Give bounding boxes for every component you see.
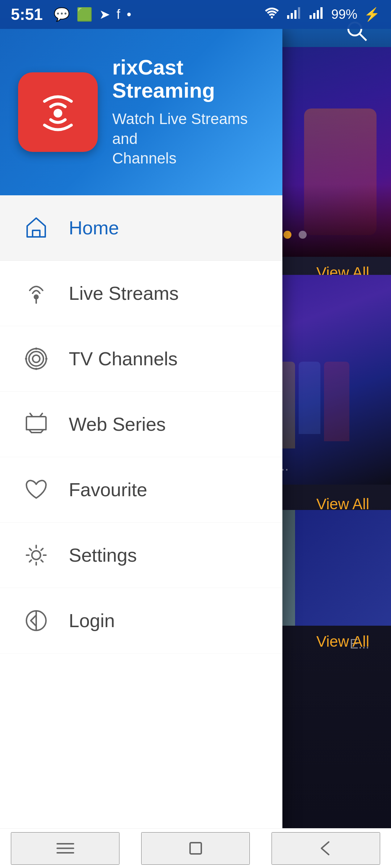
dot-2 (299, 231, 307, 239)
app-header: rixCast Streaming Watch Live Streams and… (0, 29, 282, 195)
live-streams-icon (22, 279, 51, 308)
svg-point-0 (271, 16, 273, 18)
svg-rect-22 (26, 417, 46, 430)
dot-1 (283, 231, 291, 239)
login-icon (22, 606, 51, 635)
tv-channels-label: TV Channels (69, 348, 178, 370)
nav-item-web-series[interactable]: Web Series (0, 392, 282, 457)
svg-rect-1 (287, 15, 289, 19)
navigation: Home Live Streams (0, 195, 282, 654)
svg-rect-12 (33, 230, 40, 237)
svg-rect-4 (298, 7, 300, 19)
svg-point-16 (33, 355, 40, 362)
web-series-icon (22, 410, 51, 439)
favourite-icon (22, 475, 51, 504)
battery-text: 99% (331, 7, 357, 22)
app-subtitle: Watch Live Streams andChannels (112, 109, 264, 169)
broadcast-icon (34, 89, 81, 136)
status-right-icons: 99% ⚡ (264, 7, 380, 23)
settings-label: Settings (69, 544, 137, 566)
live-streams-label: Live Streams (69, 282, 178, 304)
svg-point-17 (29, 352, 43, 366)
tv-channels-icon (22, 344, 51, 373)
favourite-label: Favourite (69, 479, 147, 501)
status-bar: 5:51 💬 🟩 ➤ f • (0, 0, 391, 29)
status-time: 5:51 (11, 5, 43, 24)
nav-item-login[interactable]: Login (0, 588, 282, 654)
back-button[interactable] (272, 832, 380, 865)
home-button[interactable] (141, 832, 250, 865)
svg-point-11 (54, 109, 62, 118)
nav-item-tv-channels[interactable]: TV Channels (0, 326, 282, 392)
whatsapp-icon: 💬 (54, 7, 70, 22)
nav-item-settings[interactable]: Settings (0, 523, 282, 588)
login-label: Login (69, 610, 115, 631)
nav-item-live-streams[interactable]: Live Streams (0, 261, 282, 326)
bottom-nav (0, 828, 391, 868)
view-all-button-3[interactable]: View All (316, 633, 369, 650)
svg-rect-35 (190, 843, 201, 854)
facebook-icon: f (117, 7, 120, 22)
dot-indicator: • (127, 7, 131, 22)
home-label: Home (69, 217, 119, 239)
nav-list: Home Live Streams (0, 195, 282, 654)
wifi-icon (264, 7, 280, 23)
svg-point-21 (45, 358, 47, 360)
svg-rect-7 (317, 10, 319, 19)
settings-icon (22, 541, 51, 570)
svg-point-20 (25, 358, 27, 360)
signal-bars-icon (286, 7, 302, 23)
svg-point-18 (35, 348, 37, 350)
svg-point-29 (32, 551, 41, 559)
svg-rect-5 (310, 15, 312, 19)
app-info: rixCast Streaming Watch Live Streams and… (112, 56, 264, 168)
hero-carousel-dots (283, 231, 307, 239)
home-icon (22, 213, 51, 242)
web-series-label: Web Series (69, 413, 166, 435)
thumb-2 (295, 510, 391, 626)
sidebar: rixCast Streaming Watch Live Streams and… (0, 29, 282, 868)
nav-item-favourite[interactable]: Favourite (0, 457, 282, 523)
menu-button[interactable] (11, 832, 119, 865)
app-logo (18, 72, 98, 152)
message-icon: 🟩 (76, 7, 93, 22)
signal-bars2-icon (309, 7, 325, 23)
svg-rect-8 (320, 7, 323, 19)
nav-item-home[interactable]: Home (0, 195, 282, 261)
navigation-icon: ➤ (99, 7, 110, 22)
app-name: rixCast Streaming (112, 56, 264, 102)
svg-rect-6 (313, 13, 315, 19)
battery-icon: ⚡ (364, 7, 380, 22)
svg-rect-3 (294, 10, 297, 19)
svg-line-10 (360, 34, 366, 41)
svg-rect-2 (291, 13, 293, 19)
svg-point-19 (35, 368, 37, 370)
status-icons: 💬 🟩 ➤ f • (54, 7, 264, 22)
